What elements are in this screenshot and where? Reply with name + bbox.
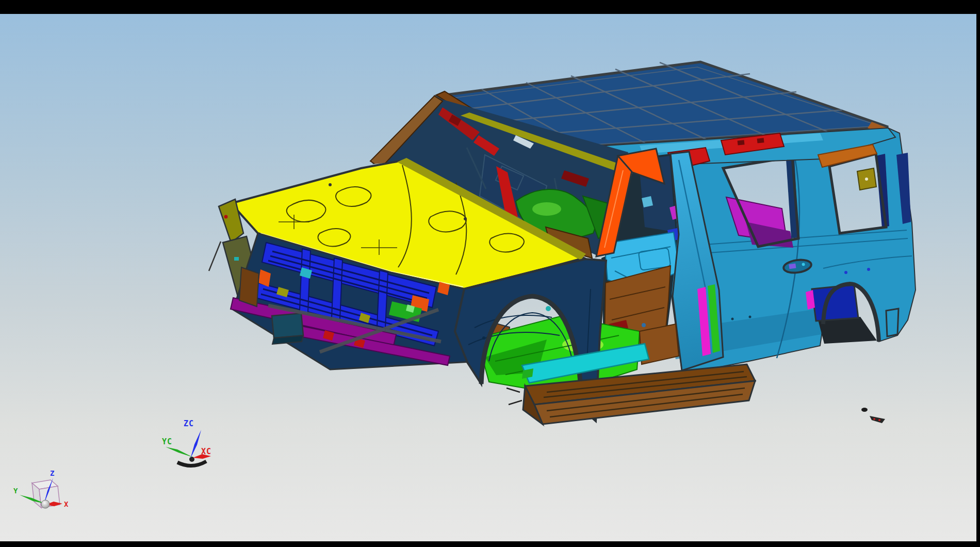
fender-dot bbox=[482, 336, 485, 340]
cad-application-window: ZC YC XC Z Y X bbox=[0, 0, 980, 547]
interior-bit-lightblue bbox=[642, 196, 653, 207]
top-title-bar bbox=[0, 0, 980, 14]
fender-teal-dot bbox=[546, 306, 551, 311]
tow-box[interactable] bbox=[272, 313, 303, 344]
bottom-frame-bar bbox=[0, 541, 980, 547]
3d-viewport[interactable]: ZC YC XC Z Y X bbox=[0, 0, 980, 547]
view-triad-origin-sphere[interactable] bbox=[41, 500, 50, 508]
right-frame-bar bbox=[976, 14, 980, 547]
hood-pin-dot2 bbox=[464, 217, 467, 220]
wcs-x-label: XC bbox=[201, 447, 211, 456]
wcs-y-label: YC bbox=[162, 437, 172, 446]
wcs-z-label: ZC bbox=[184, 419, 194, 428]
quarter-window-opening[interactable] bbox=[829, 154, 889, 233]
view-y-label: Y bbox=[13, 487, 18, 495]
view-x-label: X bbox=[64, 500, 69, 508]
front-brown-corner-left bbox=[239, 267, 259, 307]
hood-pin-dot bbox=[329, 183, 332, 186]
rear-lower-tab[interactable] bbox=[886, 309, 899, 336]
view-z-label: Z bbox=[50, 469, 54, 477]
